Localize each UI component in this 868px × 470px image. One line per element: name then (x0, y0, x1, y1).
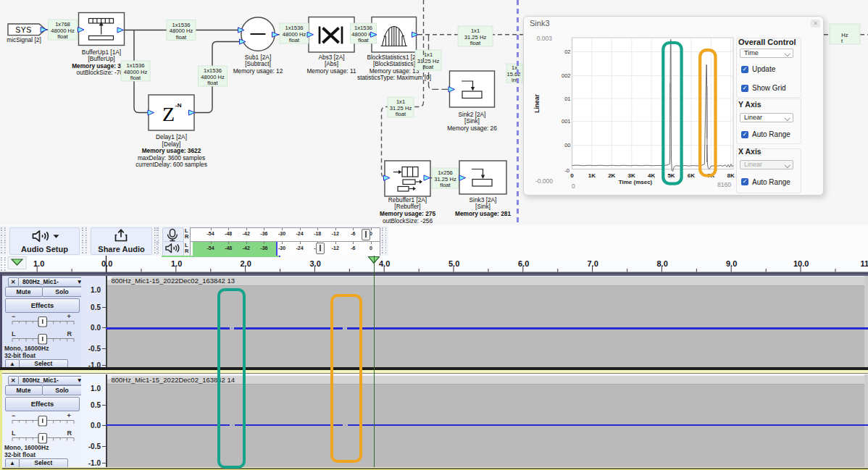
svg-text:[Delay]: [Delay] (162, 140, 181, 148)
svg-text:R: R (67, 430, 72, 437)
svg-text:float: float (440, 182, 451, 188)
svg-text:L: L (12, 331, 16, 337)
svg-text:-N: -N (175, 102, 182, 109)
svg-text:2K: 2K (608, 172, 615, 179)
svg-text:0.0: 0.0 (101, 259, 112, 268)
svg-text:[BufferUp]: [BufferUp] (88, 55, 114, 62)
svg-text:float: float (130, 75, 141, 81)
svg-text:Sink2 [2A]: Sink2 [2A] (459, 111, 486, 118)
svg-text:micSignal [2]: micSignal [2] (7, 36, 41, 43)
svg-text:1K: 1K (588, 172, 596, 179)
svg-text:float: float (396, 111, 406, 117)
svg-text:7.0: 7.0 (588, 259, 598, 268)
svg-text:0: 0 (572, 182, 575, 190)
svg-text:1.0: 1.0 (171, 259, 182, 268)
svg-text:1.0: 1.0 (33, 259, 44, 268)
svg-text:6.0: 6.0 (518, 259, 529, 268)
svg-text:statisticsType: Maximum [0]: statisticsType: Maximum [0] (357, 74, 431, 81)
svg-text:float: float (289, 37, 300, 43)
svg-text:5.0: 5.0 (448, 259, 459, 268)
svg-text:[BlockStatistics]: [BlockStatistics] (373, 60, 415, 67)
svg-text:float: float (207, 80, 218, 86)
svg-text:00: 00 (564, 142, 570, 148)
svg-text:+: + (67, 314, 71, 320)
svg-text:9.0: 9.0 (726, 259, 737, 268)
svg-text:outBlockSize: -256: outBlockSize: -256 (383, 217, 433, 224)
svg-text:Memory usage: 275: Memory usage: 275 (380, 210, 435, 217)
svg-text:Delay1 [2A]: Delay1 [2A] (156, 133, 187, 140)
svg-text:Memory usage: 12: Memory usage: 12 (233, 67, 283, 75)
svg-text:Time (msec): Time (msec) (619, 179, 653, 185)
svg-text:R: R (67, 331, 72, 337)
svg-text:−: − (12, 314, 15, 320)
svg-text:01: 01 (564, 96, 570, 102)
svg-text:8160: 8160 (717, 181, 731, 188)
svg-text:[Abs]: [Abs] (325, 60, 338, 67)
svg-text:float: float (423, 64, 434, 70)
svg-text:Memory usage: 26: Memory usage: 26 (447, 125, 497, 132)
svg-text:Memory usage: 281: Memory usage: 281 (455, 210, 511, 217)
svg-text:[Sink]: [Sink] (475, 203, 491, 210)
svg-text:Memory usage: 3622: Memory usage: 3622 (142, 147, 201, 154)
svg-text:001: 001 (562, 118, 571, 125)
svg-text:outBlockSize: -768: outBlockSize: -768 (76, 69, 127, 76)
svg-text:-0.000: -0.000 (535, 177, 553, 185)
svg-text:maxDelay: 3600 samples: maxDelay: 3600 samples (138, 154, 205, 161)
svg-text:currentDelay: 600 samples: currentDelay: 600 samples (135, 161, 207, 168)
svg-text:[Rebuffer]: [Rebuffer] (394, 203, 420, 210)
svg-text:0: 0 (570, 172, 574, 179)
svg-text:BlockStatistics1 [2A]: BlockStatistics1 [2A] (367, 54, 421, 61)
svg-text:-0: -0 (564, 167, 569, 174)
svg-text:+: + (67, 413, 71, 419)
svg-text:float: float (470, 40, 481, 46)
svg-text:10.0: 10.0 (793, 259, 809, 268)
svg-text:002: 002 (562, 72, 571, 79)
svg-text:3.0: 3.0 (310, 259, 321, 268)
svg-text:4.0: 4.0 (379, 259, 390, 268)
svg-text:BufferUp1 [1A]: BufferUp1 [1A] (82, 49, 121, 56)
svg-text:Rebuffer1 [2A]: Rebuffer1 [2A] (388, 196, 427, 203)
svg-text:6K: 6K (688, 172, 695, 179)
svg-text:float: float (176, 34, 187, 41)
svg-text:SYS: SYS (15, 25, 32, 34)
svg-text:Abs3 [2A]: Abs3 [2A] (319, 54, 345, 61)
svg-text:L: L (12, 430, 16, 437)
svg-text:float: float (57, 33, 68, 40)
svg-text:[Sink]: [Sink] (464, 117, 480, 125)
svg-text:3K: 3K (628, 172, 635, 179)
svg-text:float: float (358, 37, 369, 43)
svg-text:11.0: 11.0 (861, 259, 868, 268)
svg-text:4K: 4K (648, 172, 655, 179)
svg-text:2.0: 2.0 (241, 259, 251, 268)
svg-text:Memory usage: 13: Memory usage: 13 (370, 67, 420, 75)
svg-text:Sub1 [2A]: Sub1 [2A] (245, 54, 271, 61)
svg-text:02: 02 (564, 49, 570, 55)
svg-text:0.003: 0.003 (537, 35, 553, 42)
svg-text:Memory usage: 11: Memory usage: 11 (306, 67, 356, 75)
svg-text:8.0: 8.0 (657, 259, 668, 268)
svg-text:Linear: Linear (533, 94, 541, 113)
svg-text:8K: 8K (727, 172, 735, 179)
svg-text:5K: 5K (667, 172, 675, 179)
svg-text:Sink3 [2A]: Sink3 [2A] (470, 196, 497, 203)
svg-text:[Subtract]: [Subtract] (245, 60, 271, 67)
svg-text:−: − (12, 413, 15, 419)
svg-text:Z: Z (162, 103, 175, 125)
